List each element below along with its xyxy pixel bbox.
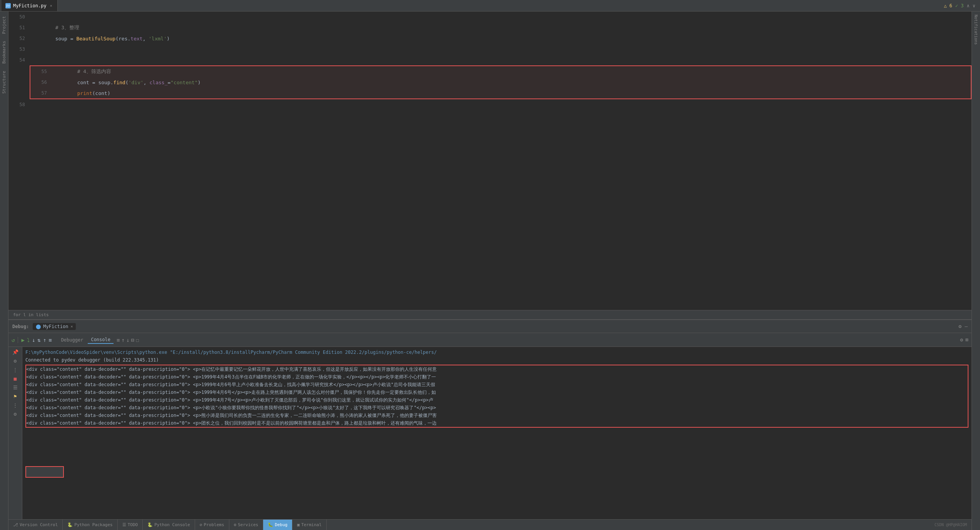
status-terminal[interactable]: ▣ Terminal bbox=[292, 520, 327, 530]
step-over-button[interactable]: ⤵ bbox=[27, 337, 30, 343]
notifications-tab[interactable]: Notifications bbox=[973, 12, 979, 48]
line-number: 50 bbox=[8, 14, 30, 20]
console-path-line: F:\myPythonCode\VideoSpider\venv\Scripts… bbox=[25, 348, 968, 356]
more-icon[interactable]: ⋮ bbox=[13, 402, 18, 408]
code-line-55: 55 # 4、筛选内容 bbox=[30, 66, 971, 77]
console-content-line-7: <div class="content" data-decoder="" dat… bbox=[26, 412, 968, 419]
chevron-down-icon[interactable]: ∨ bbox=[973, 3, 975, 8]
console-content-line-6: <div class="content" data-decoder="" dat… bbox=[26, 404, 968, 412]
python-console-icon: 🐍 bbox=[147, 522, 153, 527]
chevron-up-icon[interactable]: ∧ bbox=[967, 3, 970, 8]
sidebar-tab-structure[interactable]: Structure bbox=[1, 68, 7, 97]
status-python-packages[interactable]: 🐍 Python Packages bbox=[63, 520, 117, 530]
debug-output-box: <div class="content" data-decoder="" dat… bbox=[25, 365, 968, 428]
resume-button[interactable]: ▶ bbox=[21, 337, 24, 343]
console-output[interactable]: F:\myPythonCode\VideoSpider\venv\Scripts… bbox=[22, 347, 972, 519]
split-btn[interactable]: ⊟ bbox=[131, 337, 134, 343]
line-content: cont = soup.find('div', class_="content"… bbox=[52, 80, 971, 85]
status-version-control[interactable]: ⎇ Version Control bbox=[8, 520, 63, 530]
tab-debugger[interactable]: Debugger bbox=[58, 337, 87, 343]
tab-bar-right: △ 6 ✓ 3 ∧ ∨ bbox=[944, 3, 978, 8]
line-number: 58 bbox=[8, 102, 30, 107]
status-python-console[interactable]: 🐍 Python Console bbox=[143, 520, 195, 530]
warning-count: △ 6 bbox=[944, 3, 952, 8]
console-menu-icon[interactable]: ≡ bbox=[117, 337, 120, 343]
tab-myfiction[interactable]: py MyFiction.py ✕ bbox=[2, 0, 58, 11]
up-btn[interactable]: ↑ bbox=[121, 337, 124, 343]
status-todo[interactable]: ☰ TODO bbox=[118, 520, 143, 530]
history-icon[interactable]: ⋮ bbox=[13, 367, 18, 373]
python-console-label: Python Console bbox=[154, 522, 190, 527]
debug-session-close[interactable]: ✕ bbox=[70, 324, 73, 328]
debug-icon: 🐛 bbox=[268, 522, 273, 527]
problems-icon: ⊘ bbox=[200, 522, 202, 527]
down-btn[interactable]: ↓ bbox=[126, 337, 129, 343]
console-content-line-2: <div class="content" data-decoder="" dat… bbox=[26, 373, 968, 381]
console-content-line-3: <div class="content" data-decoder="" dat… bbox=[26, 381, 968, 388]
code-line-58: 58 bbox=[8, 99, 972, 110]
sidebar-tab-project[interactable]: Project bbox=[1, 13, 7, 37]
debug-session-icon: ⬤ bbox=[36, 324, 41, 329]
gear-icon[interactable]: ⚙ bbox=[14, 411, 17, 417]
debug-panel: Debug: ⬤ MyFiction ✕ ⚙ — ↺ ▶ bbox=[8, 319, 972, 519]
breadcrumb: for l in lists bbox=[13, 312, 49, 317]
debug-settings-icon[interactable]: ⚙ bbox=[960, 337, 963, 343]
status-bar: ⎇ Version Control 🐍 Python Packages ☰ TO… bbox=[8, 519, 972, 530]
debug-left-controls: ↺ bbox=[12, 337, 18, 343]
main-layout: Project Bookmarks Structure 50 51 # 3、整理 bbox=[0, 12, 980, 530]
console-content-line-1: <div class="content" data-decoder="" dat… bbox=[26, 365, 968, 373]
breadcrumb-bar: for l in lists bbox=[8, 310, 972, 319]
status-problems[interactable]: ⊘ Problems bbox=[195, 520, 229, 530]
line-content: # 4、筛选内容 bbox=[52, 68, 971, 75]
line-number: 54 bbox=[8, 57, 30, 63]
debug-side-toolbar: 📌 ⚙ ⋮ ■ ☰ ⚑ ⋮ ⚙ bbox=[8, 347, 22, 519]
settings-icon[interactable]: ⚙ bbox=[958, 323, 962, 329]
line-number: 53 bbox=[8, 47, 30, 52]
problems-label: Problems bbox=[204, 522, 224, 527]
debug-session-tab[interactable]: ⬤ MyFiction ✕ bbox=[33, 323, 76, 330]
tab-label: MyFiction.py bbox=[13, 3, 47, 8]
step-out-button[interactable]: ⇅ bbox=[37, 337, 40, 343]
code-editor[interactable]: 50 51 # 3、整理 52 soup = BeautifulSoup(res… bbox=[8, 12, 972, 310]
debug-side-buttons: ▶ ⤵ ↓ ⇅ ↑ ≡ bbox=[21, 337, 52, 343]
code-line-50: 50 bbox=[8, 12, 972, 22]
debug-header: Debug: ⬤ MyFiction ✕ ⚙ — bbox=[8, 320, 972, 333]
clear-btn[interactable]: ☐ bbox=[136, 337, 139, 343]
lines-icon[interactable]: ☰ bbox=[13, 385, 18, 390]
version-control-icon: ⎇ bbox=[13, 522, 18, 527]
bookmark-icon[interactable]: ⚑ bbox=[14, 393, 17, 399]
debug-session-name: MyFiction bbox=[43, 324, 68, 329]
line-number: 55 bbox=[30, 69, 52, 74]
filter-icon[interactable]: ⚙ bbox=[14, 358, 17, 364]
step-up-button[interactable]: ↑ bbox=[43, 337, 46, 343]
frames-button[interactable]: ≡ bbox=[48, 337, 52, 343]
tab-close-button[interactable]: ✕ bbox=[49, 3, 53, 8]
stop-icon[interactable]: ■ bbox=[14, 376, 17, 382]
console-bottom-area bbox=[25, 466, 968, 480]
minimize-icon[interactable]: — bbox=[965, 323, 968, 329]
debug-layout-icon[interactable]: ⊞ bbox=[965, 337, 968, 343]
console-input-box[interactable] bbox=[25, 466, 64, 478]
python-packages-icon: 🐍 bbox=[67, 522, 73, 527]
python-packages-label: Python Packages bbox=[74, 522, 112, 527]
console-connected-line: Connected to pydev debugger (build 222.3… bbox=[25, 356, 968, 364]
code-line-52: 52 soup = BeautifulSoup(res.text, 'lxml'… bbox=[8, 33, 972, 44]
debug-label: Debug: bbox=[12, 324, 29, 329]
step-into-button[interactable]: ↓ bbox=[32, 337, 35, 343]
code-line-53: 53 bbox=[8, 44, 972, 55]
tab-console[interactable]: Console bbox=[88, 336, 114, 344]
status-debug[interactable]: 🐛 Debug bbox=[263, 520, 292, 530]
line-number: 57 bbox=[30, 90, 52, 96]
debug-toolbar: ↺ ▶ ⤵ ↓ ⇅ ↑ ≡ Debugger Console ≡ ↑ ↓ bbox=[8, 333, 972, 347]
line-content: print(cont) bbox=[52, 90, 971, 96]
path-text: F:\myPythonCode\VideoSpider\venv\Scripts… bbox=[25, 350, 437, 355]
sidebar-tab-bookmarks[interactable]: Bookmarks bbox=[1, 38, 7, 67]
code-line-56: 56 cont = soup.find('div', class_="conte… bbox=[30, 77, 971, 88]
right-sidebar: Notifications bbox=[972, 12, 980, 530]
services-label: Services bbox=[238, 522, 258, 527]
rerun-button[interactable]: ↺ bbox=[12, 337, 15, 343]
status-services[interactable]: ⚙ Services bbox=[229, 520, 264, 530]
pin-icon[interactable]: 📌 bbox=[12, 349, 18, 355]
line-number: 52 bbox=[8, 36, 30, 41]
console-content-line-4: <div class="content" data-decoder="" dat… bbox=[26, 388, 968, 396]
